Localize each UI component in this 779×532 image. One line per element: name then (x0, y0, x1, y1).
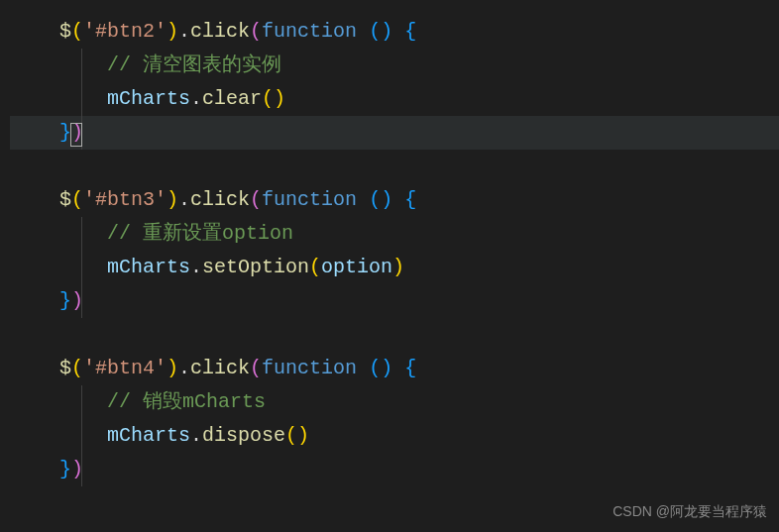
watermark-text: CSDN @阿龙要当程序猿 (612, 500, 767, 524)
code-editor[interactable]: $('#btn2').click(function () { // 清空图表的实… (0, 0, 779, 501)
code-line[interactable]: // 重新设置option (10, 217, 779, 251)
code-line[interactable]: }) (10, 284, 779, 318)
code-line[interactable]: $('#btn3').click(function () { (10, 183, 779, 217)
code-line-active[interactable]: }) (10, 116, 779, 150)
code-line[interactable]: mCharts.setOption(option) (10, 251, 779, 284)
code-line[interactable]: }) (10, 453, 779, 486)
code-line[interactable]: $('#btn2').click(function () { (10, 15, 779, 49)
code-line[interactable]: // 销毁mCharts (10, 385, 779, 419)
code-line[interactable]: mCharts.clear() (10, 82, 779, 116)
code-line[interactable]: $('#btn4').click(function () { (10, 352, 779, 385)
code-line[interactable]: // 清空图表的实例 (10, 49, 779, 82)
blank-line[interactable] (10, 318, 779, 352)
blank-line[interactable] (10, 150, 779, 183)
code-line[interactable]: mCharts.dispose() (10, 419, 779, 453)
